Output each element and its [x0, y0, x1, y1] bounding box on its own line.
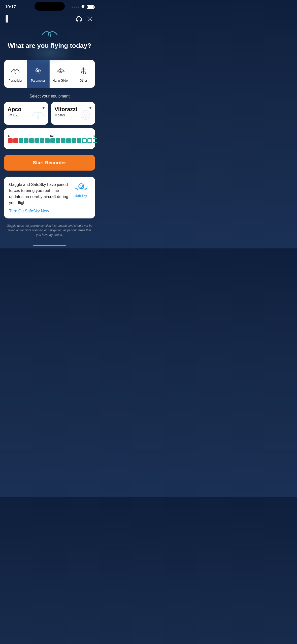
fuel-segment — [13, 138, 18, 143]
safesky-description: Gaggle and SafeSky have joined forces to… — [9, 182, 68, 206]
fuel-segment — [66, 138, 71, 143]
fuel-segment — [8, 138, 13, 143]
svg-rect-5 — [80, 19, 81, 19]
equipment-section-title: Select your equipment — [0, 94, 99, 99]
svg-point-17 — [84, 114, 87, 116]
fuel-segment — [35, 138, 39, 143]
start-recorder-button[interactable]: Start Recorder — [4, 155, 95, 171]
status-bar: 10:17 — [0, 0, 99, 13]
fuel-segment — [24, 138, 28, 143]
nav-right-icons — [75, 15, 93, 22]
nav-bar: ‹ — [0, 13, 99, 25]
svg-point-20 — [80, 185, 82, 187]
fuel-segment — [56, 138, 60, 143]
aircraft-option-paramotor[interactable]: Paramotor — [27, 60, 50, 88]
disclaimer-text: Gaggle does not provide certified instru… — [0, 223, 99, 245]
battery-icon — [87, 5, 94, 9]
fuel-segment — [40, 138, 44, 143]
settings-icon[interactable] — [86, 15, 93, 22]
hero-section: What are you flying today? — [0, 25, 99, 60]
other-aircraft-icon — [79, 66, 88, 76]
page-title: What are you flying today? — [8, 42, 91, 50]
notch — [35, 2, 65, 11]
aircraft-label-paraglider: Paraglider — [9, 79, 22, 82]
fuel-label-empty: E — [8, 134, 10, 137]
aircraft-option-hang-glider[interactable]: Hang Glider — [50, 60, 72, 88]
fuel-label-row: E 1/2 1/1 — [8, 134, 97, 137]
motor-background-icon — [79, 108, 92, 123]
fuel-segment — [87, 138, 92, 143]
glider-background-icon — [30, 107, 46, 123]
status-icons — [72, 5, 94, 9]
fuel-segment — [72, 138, 76, 143]
vehicle-icon[interactable] — [75, 15, 82, 22]
paramotor-icon — [34, 66, 43, 76]
svg-point-0 — [83, 8, 83, 9]
fuel-bar — [8, 138, 97, 143]
aircraft-label-hang-glider: Hang Glider — [53, 79, 69, 82]
fuel-label-full: 1/1 — [93, 134, 97, 137]
fuel-segment — [77, 138, 81, 143]
wifi-icon — [81, 5, 85, 9]
equipment-row: Apco Lift EZ ▾ Vitorazzi Moster ▾ — [4, 102, 95, 125]
svg-line-12 — [81, 70, 82, 74]
fuel-segment — [45, 138, 50, 143]
back-button[interactable]: ‹ — [6, 15, 8, 23]
aircraft-option-other[interactable]: Other — [72, 60, 95, 88]
aircraft-selection-grid: Paraglider Paramotor Hang — [4, 60, 95, 88]
paraglider-icon — [11, 66, 20, 76]
hero-wing-icon — [41, 28, 58, 39]
safesky-cta-button[interactable]: Turn On SafeSky Now — [9, 209, 49, 213]
safesky-card: Gaggle and SafeSky have joined forces to… — [4, 177, 95, 218]
fuel-segment — [19, 138, 23, 143]
signal-icon — [72, 7, 79, 8]
fuel-segment — [50, 138, 55, 143]
fuel-segment — [61, 138, 65, 143]
safesky-logo: SafeSky — [72, 182, 90, 198]
safesky-logo-text: SafeSky — [75, 194, 87, 198]
fuel-label-half: 1/2 — [50, 134, 53, 137]
fuel-card[interactable]: E 1/2 1/1 8.1 — [4, 128, 95, 149]
motor-card[interactable]: Vitorazzi Moster ▾ — [51, 102, 95, 125]
fuel-segment — [82, 138, 87, 143]
svg-point-3 — [80, 20, 81, 22]
home-indicator — [33, 245, 66, 246]
svg-point-2 — [77, 20, 78, 22]
svg-point-6 — [89, 18, 91, 20]
aircraft-label-paramotor: Paramotor — [31, 79, 45, 82]
safesky-text-area: Gaggle and SafeSky have joined forces to… — [9, 182, 68, 213]
svg-line-13 — [85, 70, 86, 74]
fuel-segment — [93, 138, 97, 143]
fuel-segment — [29, 138, 34, 143]
status-time: 10:17 — [5, 5, 16, 10]
fuel-gauge: E 1/2 1/1 — [8, 134, 97, 143]
svg-rect-4 — [76, 19, 77, 19]
glider-card[interactable]: Apco Lift EZ ▾ — [4, 102, 48, 125]
aircraft-option-paraglider[interactable]: Paraglider — [4, 60, 27, 88]
aircraft-label-other: Other — [80, 79, 87, 82]
hang-glider-icon — [56, 66, 65, 76]
